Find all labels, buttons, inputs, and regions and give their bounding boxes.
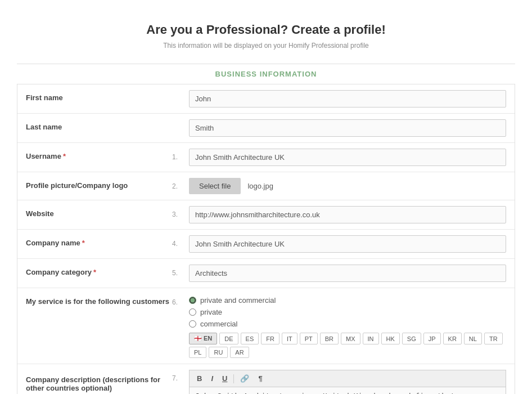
label-username: Username * <box>26 149 172 160</box>
lang-tab-pl[interactable]: PL <box>189 347 206 358</box>
description-textarea[interactable]: John Smith Architecture is a United King… <box>189 387 506 394</box>
input-col-last-name <box>189 119 506 137</box>
form-row-service-customers: My service is for the following customer… <box>17 288 515 364</box>
form-row-last-name: Last name <box>17 114 515 143</box>
radio-private[interactable]: private <box>189 308 506 316</box>
step-company-category: 5. <box>172 265 189 277</box>
input-col-website <box>189 206 506 223</box>
radio-input-commercial[interactable] <box>189 320 196 328</box>
required-star-username: * <box>63 152 66 160</box>
form-row-company-name: Company name * 4. <box>17 230 515 259</box>
step-first-name <box>172 90 189 95</box>
form-row-username: Username * 1. <box>17 143 515 172</box>
radio-input-both[interactable] <box>189 297 196 304</box>
required-star-company-name: * <box>82 239 85 247</box>
page-subtitle: This information will be displayed on yo… <box>17 42 515 50</box>
lang-tab-es[interactable]: ES <box>241 333 259 344</box>
website-input[interactable] <box>189 206 506 223</box>
label-service-customers: My service is for the following customer… <box>26 294 172 306</box>
page-title: Are you a Professional? Create a profile… <box>17 23 515 37</box>
last-name-input[interactable] <box>189 119 506 137</box>
radio-commercial[interactable]: commercial <box>189 320 506 328</box>
label-company-category: Company category * <box>26 265 172 276</box>
lang-tab-pt[interactable]: PT <box>300 333 318 344</box>
label-profile-picture: Profile picture/Company logo <box>26 178 172 190</box>
editor-toolbar: B I U 🔗 ¶ <box>189 370 506 387</box>
page-header: Are you a Professional? Create a profile… <box>17 11 515 64</box>
company-category-input[interactable] <box>189 265 506 282</box>
section-title: BUSINESS INFORMATION <box>17 64 515 84</box>
label-last-name: Last name <box>26 119 172 131</box>
required-star-company-category: * <box>93 268 96 276</box>
lang-tab-ar[interactable]: AR <box>230 347 249 358</box>
input-col-service-customers: private and commercial private commercia… <box>189 294 506 358</box>
lang-tab-fr[interactable]: FR <box>261 333 279 344</box>
form-row-website: Website 3. <box>17 200 515 230</box>
lang-tab-it[interactable]: IT <box>282 333 297 344</box>
form-row-company-category: Company category * 5. <box>17 259 515 288</box>
step-company-name: 4. <box>172 235 189 248</box>
input-col-company-name <box>189 235 506 253</box>
lang-tab-tr[interactable]: TR <box>484 333 503 344</box>
toolbar-separator <box>233 374 234 383</box>
lang-tab-de[interactable]: DE <box>219 333 238 344</box>
input-col-profile-picture: Select file logo.jpg <box>189 178 506 194</box>
lang-tab-hk[interactable]: HK <box>381 333 400 344</box>
lang-tabs: 🏴󠁧󠁢󠁥󠁮󠁧󠁿ENDEESFRITPTBRMXINHKSGJPKRNLTRPLR… <box>189 333 506 358</box>
company-name-input[interactable] <box>189 235 506 253</box>
step-website: 3. <box>172 206 189 218</box>
input-col-description: B I U 🔗 ¶ John Smith Architecture is a U… <box>189 370 506 394</box>
lang-tab-in[interactable]: IN <box>363 333 379 344</box>
lang-tab-ru[interactable]: RU <box>209 347 228 358</box>
label-description: Company description (descriptions for ot… <box>26 370 172 392</box>
link-button[interactable]: 🔗 <box>237 373 252 384</box>
step-description: 7. <box>172 370 189 382</box>
file-row: Select file logo.jpg <box>189 178 506 194</box>
username-input[interactable] <box>189 149 506 166</box>
select-file-button[interactable]: Select file <box>189 178 241 194</box>
bold-button[interactable]: B <box>194 373 205 384</box>
radio-group-service: private and commercial private commercia… <box>189 294 506 328</box>
label-website: Website <box>26 206 172 218</box>
lang-tab-jp[interactable]: JP <box>423 333 441 344</box>
lang-tab-br[interactable]: BR <box>320 333 339 344</box>
form-container: First name Last name Username * 1. <box>17 84 515 394</box>
step-last-name <box>172 119 189 124</box>
lang-tab-nl[interactable]: NL <box>464 333 482 344</box>
label-first-name: First name <box>26 90 172 102</box>
first-name-input[interactable] <box>189 90 506 108</box>
underline-button[interactable]: U <box>219 373 230 384</box>
label-company-name: Company name * <box>26 235 172 247</box>
input-col-username <box>189 149 506 166</box>
paragraph-button[interactable]: ¶ <box>255 373 265 384</box>
form-row-first-name: First name <box>17 84 515 114</box>
form-row-profile-picture: Profile picture/Company logo 2. Select f… <box>17 172 515 200</box>
radio-input-private[interactable] <box>189 308 196 316</box>
italic-button[interactable]: I <box>208 373 216 384</box>
form-row-description: Company description (descriptions for ot… <box>17 364 515 394</box>
input-col-company-category <box>189 265 506 282</box>
lang-tab-en[interactable]: 🏴󠁧󠁢󠁥󠁮󠁧󠁿EN <box>189 333 217 344</box>
lang-tab-kr[interactable]: KR <box>443 333 462 344</box>
lang-tab-sg[interactable]: SG <box>402 333 421 344</box>
input-col-first-name <box>189 90 506 108</box>
step-username: 1. <box>172 149 189 161</box>
lang-tab-mx[interactable]: MX <box>341 333 360 344</box>
step-profile-picture: 2. <box>172 178 189 190</box>
file-name: logo.jpg <box>247 182 273 190</box>
step-service-customers: 6. <box>172 294 189 306</box>
radio-private-commercial[interactable]: private and commercial <box>189 296 506 305</box>
